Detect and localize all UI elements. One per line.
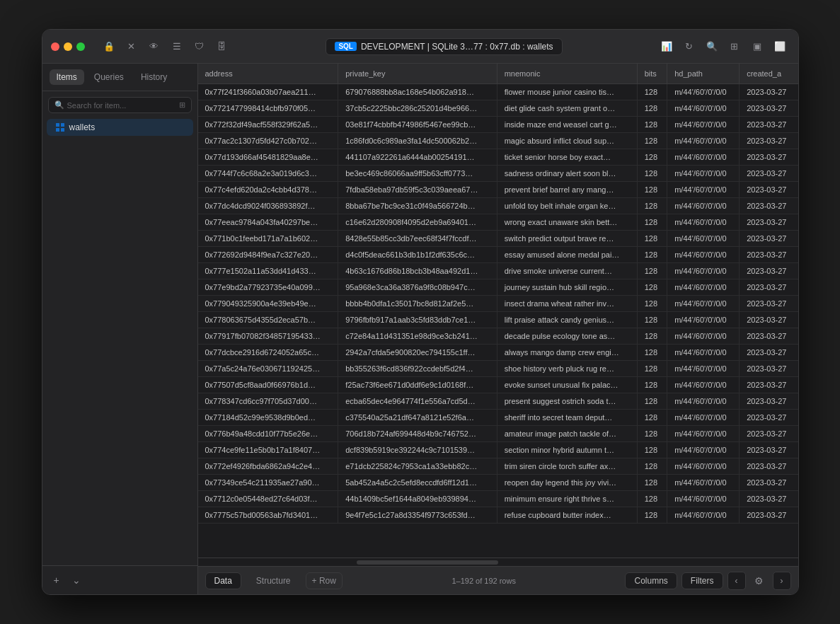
table-cell: 128 bbox=[637, 296, 667, 312]
tab-queries[interactable]: Queries bbox=[87, 69, 131, 85]
filters-button[interactable]: Filters bbox=[681, 572, 723, 589]
titlebar-right-icons: 📊 ↻ 🔍 ⊞ ▣ ⬜ bbox=[657, 37, 790, 57]
table-cell: 2023-03-27 bbox=[740, 328, 798, 345]
table-row[interactable]: 0x774ce9fe11e5b0b17a1f8407…dcf839b5919ce… bbox=[198, 442, 798, 458]
table-cell: amateur image patch tackle of… bbox=[497, 426, 637, 442]
table-cell: 9e4f7e5c1c27a8d3354f9773c653fd… bbox=[338, 507, 497, 524]
table-row[interactable]: 0x77c4efd620da2c4cbb4d378…7fdba58eba97db… bbox=[198, 182, 798, 198]
table-cell: 0x77d193d66af45481829aa8e… bbox=[198, 149, 338, 166]
table-cell: m/44'/60'/0'/0/0 bbox=[667, 410, 740, 426]
table-cell: 95a968e3ca36a3876a9f8c08b947c… bbox=[338, 279, 497, 296]
table-row[interactable]: 0x7744f7c6c68a2e3a019d6c3…be3ec469c86066… bbox=[198, 166, 798, 182]
table-row[interactable]: 0x7721477998414cbfb970f05…37cb5c2225bbc2… bbox=[198, 100, 798, 117]
shield-icon[interactable]: 🛡 bbox=[190, 37, 209, 57]
table-row[interactable]: 0x77184d52c99e9538d9b0ed…c375540a25a21df… bbox=[198, 410, 798, 426]
col-hd-path[interactable]: hd_path bbox=[667, 64, 740, 84]
col-private-key[interactable]: private_key bbox=[338, 64, 497, 84]
col-address[interactable]: address bbox=[198, 64, 338, 84]
maximize-button[interactable] bbox=[76, 42, 85, 51]
scroll-thumb[interactable] bbox=[357, 560, 498, 565]
table-row[interactable]: 0x77dc4dcd9024f036893892f…8bba67be7bc9ce… bbox=[198, 198, 798, 214]
table-cell: 2023-03-27 bbox=[740, 166, 798, 182]
table-row[interactable]: 0x77a5c24a76e030671192425…bb355263f6cd83… bbox=[198, 361, 798, 377]
table-row[interactable]: 0x7775c57bd00563ab7fd3401…9e4f7e5c1c27a8… bbox=[198, 507, 798, 524]
columns-button[interactable]: Columns bbox=[625, 572, 677, 589]
more-options-button[interactable]: ⌄ bbox=[68, 572, 85, 589]
db-path[interactable]: SQL DEVELOPMENT | SQLite 3…77 : 0x77.db … bbox=[326, 38, 562, 55]
table-cell: 0x779049325900a4e39eb49e… bbox=[198, 296, 338, 312]
table-row[interactable]: 0x77eeac9784a043fa40297be…c16e62d280908f… bbox=[198, 214, 798, 231]
table-cell: m/44'/60'/0'/0/0 bbox=[667, 296, 740, 312]
table-cell: 128 bbox=[637, 393, 667, 410]
columns-icon[interactable]: ⊞ bbox=[725, 37, 744, 57]
table-cell: 128 bbox=[637, 214, 667, 231]
tab-structure[interactable]: Structure bbox=[247, 572, 300, 589]
table-row[interactable]: 0x77e9bd2a77923735e40a099…95a968e3ca36a3… bbox=[198, 279, 798, 296]
table-cell: 0x7712c0e05448ed27c64d03f… bbox=[198, 491, 338, 507]
list-icon[interactable]: ☰ bbox=[167, 37, 187, 57]
table-cell: 679076888bb8ac168e54b062a918… bbox=[338, 84, 497, 100]
search-box: 🔍 ⊞ bbox=[48, 97, 192, 113]
table-cell: 128 bbox=[637, 231, 667, 247]
chart-icon[interactable]: 📊 bbox=[657, 37, 677, 57]
table-row[interactable]: 0x77917fb07082f34857195433…c72e84a11d431… bbox=[198, 328, 798, 345]
table-cell: 2023-03-27 bbox=[740, 231, 798, 247]
table-cell: 0x778063675d4355d2eca57b… bbox=[198, 312, 338, 328]
table-row[interactable]: 0x776b49a48cdd10f77b5e26e…706d18b724af69… bbox=[198, 426, 798, 442]
table-cell: trim siren circle torch suffer ax… bbox=[497, 458, 637, 475]
add-item-button[interactable]: + bbox=[48, 572, 65, 589]
table-cell: 0x777e1502a11a53dd41d433… bbox=[198, 263, 338, 279]
sidebar-item-wallets[interactable]: wallets bbox=[47, 119, 193, 136]
table-row[interactable]: 0x772692d9484f9ea7c327e20…d4c0f5deac661b… bbox=[198, 247, 798, 263]
table-row[interactable]: 0x772f32df49acf558f329f62a5…03e81f74cbbf… bbox=[198, 117, 798, 133]
eye-icon[interactable]: 👁 bbox=[144, 37, 164, 57]
prev-page-button[interactable]: ‹ bbox=[727, 572, 746, 590]
table-header-row: address private_key mnemonic bits hd_pat… bbox=[198, 64, 798, 84]
lock-icon[interactable]: 🔒 bbox=[99, 37, 119, 57]
table-row[interactable]: 0x772ef4926fbda6862a94c2e4…e71dcb225824c… bbox=[198, 458, 798, 475]
tab-data[interactable]: Data bbox=[205, 572, 241, 589]
table-row[interactable]: 0x777e1502a11a53dd41d433…4b63c1676d86b18… bbox=[198, 263, 798, 279]
settings-button[interactable]: ⚙ bbox=[750, 572, 769, 590]
col-bits[interactable]: bits bbox=[637, 64, 667, 84]
table-row[interactable]: 0x778063675d4355d2eca57b…9796fbfb917a1aa… bbox=[198, 312, 798, 328]
table-cell: 128 bbox=[637, 100, 667, 117]
col-created[interactable]: created_a bbox=[740, 64, 798, 84]
table-row[interactable]: 0x778347cd6cc97f705d37d00…ecba65dec4e964… bbox=[198, 393, 798, 410]
sidebar-tabs: Items Queries History bbox=[42, 64, 197, 91]
close-button[interactable] bbox=[51, 42, 59, 51]
table-row[interactable]: 0x77d193d66af45481829aa8e…441107a922261a… bbox=[198, 149, 798, 166]
table-cell: d4c0f5deac661b3db1b1f2df635c6c… bbox=[338, 247, 497, 263]
layout-icon[interactable]: ▣ bbox=[747, 37, 767, 57]
add-row-button[interactable]: + Row bbox=[306, 572, 343, 589]
horizontal-scrollbar[interactable] bbox=[198, 557, 798, 566]
table-row[interactable]: 0x771b0c1feebd171a7a1b602…8428e55b85cc3d… bbox=[198, 231, 798, 247]
expand-icon[interactable]: ⬜ bbox=[770, 37, 790, 57]
col-mnemonic[interactable]: mnemonic bbox=[497, 64, 637, 84]
table-row[interactable]: 0x77507d5cf8aad0f66976b1d…f25ac73f6ee671… bbox=[198, 377, 798, 393]
tab-items[interactable]: Items bbox=[50, 69, 84, 85]
search-icon[interactable]: 🔍 bbox=[702, 37, 722, 57]
table-row[interactable]: 0x77349ce54c211935ae27a90…5ab452a4a5c2c5… bbox=[198, 475, 798, 491]
table-cell: 128 bbox=[637, 279, 667, 296]
next-page-button[interactable]: › bbox=[773, 572, 791, 590]
close-icon[interactable]: ✕ bbox=[122, 37, 142, 57]
table-cell: 128 bbox=[637, 133, 667, 149]
refresh-icon[interactable]: ↻ bbox=[679, 37, 699, 57]
tab-history[interactable]: History bbox=[134, 69, 174, 85]
db-icon[interactable]: 🗄 bbox=[212, 37, 232, 57]
table-row[interactable]: 0x77dcbce2916d6724052a65c…2942a7cfda5e90… bbox=[198, 345, 798, 361]
search-input[interactable] bbox=[67, 101, 176, 110]
table-cell: m/44'/60'/0'/0/0 bbox=[667, 231, 740, 247]
table-cell: 2023-03-27 bbox=[740, 458, 798, 475]
table-row[interactable]: 0x7712c0e05448ed27c64d03f…44b1409bc5ef16… bbox=[198, 491, 798, 507]
table-cell: 0x77a5c24a76e030671192425… bbox=[198, 361, 338, 377]
table-row[interactable]: 0x77ac2c1307d5fd427c0b702…1c86fd0c6c989a… bbox=[198, 133, 798, 149]
table-container[interactable]: address private_key mnemonic bits hd_pat… bbox=[198, 64, 798, 557]
table-row[interactable]: 0x77f241f3660a03b07aea211…679076888bb8ac… bbox=[198, 84, 798, 100]
table-row[interactable]: 0x779049325900a4e39eb49e…bbbb4b0dfa1c350… bbox=[198, 296, 798, 312]
filter-icon[interactable]: ⊞ bbox=[179, 100, 185, 110]
minimize-button[interactable] bbox=[64, 42, 72, 51]
table-cell: 2023-03-27 bbox=[740, 475, 798, 491]
table-cell: present suggest ostrich soda t… bbox=[497, 393, 637, 410]
